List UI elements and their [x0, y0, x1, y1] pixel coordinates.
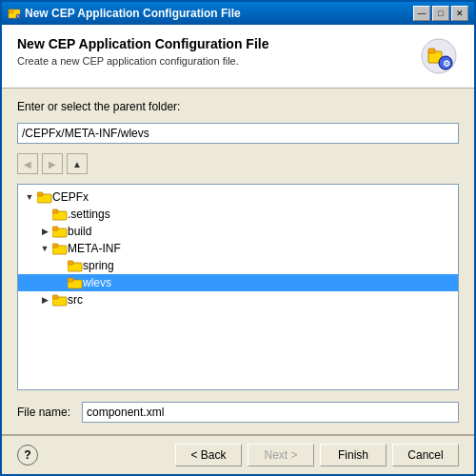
- spring-folder-icon: [68, 259, 83, 272]
- minimize-button[interactable]: —: [413, 6, 430, 21]
- svg-rect-20: [68, 278, 73, 282]
- svg-rect-1: [9, 10, 13, 13]
- back-dialog-button[interactable]: < Back: [175, 444, 242, 466]
- back-button[interactable]: ◀: [17, 153, 38, 174]
- up-button[interactable]: ▲: [67, 153, 88, 174]
- src-expander[interactable]: ▶: [37, 292, 52, 307]
- main-window: New CEP Application Configuration File —…: [0, 0, 476, 476]
- cepfx-label: CEPFx: [52, 190, 89, 204]
- svg-rect-14: [52, 227, 58, 230]
- bottom-right: < Back Next > Finish Cancel: [175, 444, 459, 466]
- build-expander[interactable]: ▶: [37, 224, 52, 239]
- tree-row-spring[interactable]: ▶ spring: [18, 257, 458, 274]
- tree-row-settings[interactable]: ▶ .settings: [18, 206, 458, 223]
- header-text: New CEP Application Configuration File C…: [17, 36, 268, 67]
- wlevs-label: wlevs: [83, 276, 111, 289]
- close-button[interactable]: ✕: [451, 6, 468, 21]
- settings-folder-icon: [52, 208, 68, 221]
- cancel-button[interactable]: Cancel: [392, 444, 459, 466]
- maximize-button[interactable]: □: [432, 6, 449, 21]
- cepfx-expander[interactable]: ▼: [22, 189, 37, 205]
- folder-section-label: Enter or select the parent folder:: [17, 100, 459, 113]
- window-icon: [8, 7, 21, 20]
- forward-button[interactable]: ▶: [42, 153, 63, 174]
- file-name-label: File name:: [17, 406, 74, 419]
- forward-arrow-icon: ▶: [49, 159, 56, 169]
- back-arrow-icon: ◀: [24, 159, 31, 169]
- svg-rect-10: [37, 192, 43, 196]
- metainf-label: META-INF: [68, 242, 121, 255]
- svg-rect-12: [52, 209, 58, 213]
- metainf-expander[interactable]: ▼: [37, 241, 52, 256]
- next-dialog-button[interactable]: Next >: [248, 444, 314, 466]
- folder-tree[interactable]: ▼ CEPFx ▶ .settings ▶: [17, 184, 459, 390]
- file-name-input[interactable]: [82, 402, 459, 423]
- help-icon: ?: [24, 448, 30, 462]
- wlevs-folder-icon: [68, 276, 83, 289]
- file-name-row: File name:: [17, 402, 459, 423]
- title-bar-left: New CEP Application Configuration File: [8, 7, 241, 20]
- title-bar: New CEP Application Configuration File —…: [2, 2, 474, 25]
- metainf-folder-icon: [52, 242, 68, 255]
- build-folder-icon: [52, 225, 68, 238]
- bottom-left: ?: [17, 445, 38, 466]
- finish-button[interactable]: Finish: [320, 444, 387, 466]
- help-button[interactable]: ?: [17, 445, 38, 466]
- settings-label: .settings: [68, 208, 110, 221]
- folder-path-input[interactable]: [17, 123, 459, 144]
- tree-row-metainf[interactable]: ▼ META-INF: [18, 240, 458, 257]
- svg-rect-22: [52, 295, 58, 299]
- tree-row-cepfx[interactable]: ▼ CEPFx: [18, 188, 458, 206]
- tree-row-build[interactable]: ▶ build: [18, 223, 458, 240]
- tree-toolbar: ◀ ▶ ▲: [17, 153, 459, 174]
- svg-rect-18: [68, 261, 73, 265]
- up-arrow-icon: ▲: [72, 159, 82, 169]
- header-title: New CEP Application Configuration File: [17, 36, 268, 51]
- tree-row-src[interactable]: ▶ src: [18, 291, 458, 308]
- src-label: src: [68, 293, 83, 307]
- tree-row-wlevs[interactable]: ▶ wlevs: [18, 274, 458, 291]
- svg-rect-6: [428, 49, 435, 53]
- svg-rect-16: [52, 244, 58, 248]
- src-folder-icon: [52, 293, 68, 307]
- bottom-bar: ? < Back Next > Finish Cancel: [2, 435, 474, 474]
- svg-text:⚙: ⚙: [443, 59, 450, 69]
- build-label: build: [68, 225, 91, 238]
- content-area: Enter or select the parent folder: ◀ ▶ ▲…: [2, 89, 474, 434]
- spring-label: spring: [83, 259, 114, 272]
- header-panel: New CEP Application Configuration File C…: [2, 25, 474, 89]
- header-subtitle: Create a new CEP application configurati…: [17, 55, 268, 67]
- window-title: New CEP Application Configuration File: [25, 7, 241, 20]
- cepfx-folder-icon: [37, 190, 52, 204]
- title-bar-buttons: — □ ✕: [413, 6, 468, 21]
- header-icon: ⚙: [419, 36, 459, 76]
